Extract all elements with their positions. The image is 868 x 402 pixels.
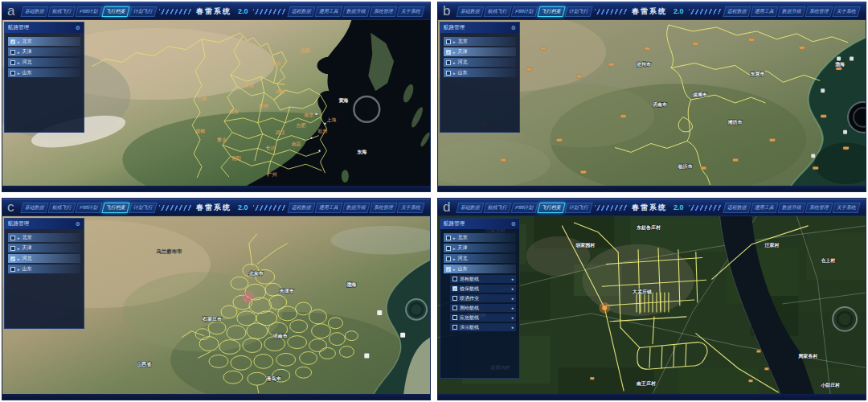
nav-item-left-0[interactable]: 基础数据 bbox=[20, 203, 48, 213]
route-sub-row[interactable]: ✓应急航线● bbox=[450, 314, 516, 322]
route-group-row[interactable]: ✓▸山东 bbox=[444, 68, 516, 77]
route-checkbox[interactable]: ✓ bbox=[452, 325, 457, 330]
nav-item-left-3[interactable]: 飞行档案 bbox=[537, 6, 565, 17]
nav-item-right-3[interactable]: 系统管理 bbox=[805, 6, 833, 17]
nav-item-left-1[interactable]: 航线飞行 bbox=[47, 203, 76, 213]
route-checkbox[interactable]: ✓ bbox=[446, 50, 451, 55]
route-checkbox[interactable]: ✓ bbox=[446, 256, 451, 261]
route-checkbox[interactable]: ✓ bbox=[10, 39, 15, 44]
expand-arrow-icon[interactable]: ▸ bbox=[453, 256, 456, 261]
route-checkbox[interactable]: ✓ bbox=[446, 60, 451, 65]
route-checkbox[interactable]: ✓ bbox=[446, 71, 451, 76]
route-group-row[interactable]: ✓▸山东 bbox=[8, 68, 80, 77]
route-checkbox[interactable]: ✓ bbox=[446, 39, 451, 44]
route-checkbox[interactable]: ✓ bbox=[10, 246, 15, 251]
nav-item-right-3[interactable]: 系统管理 bbox=[805, 203, 833, 213]
route-checkbox[interactable]: ✓ bbox=[452, 315, 457, 320]
expand-arrow-icon[interactable]: ▸ bbox=[453, 246, 456, 251]
expand-arrow-icon[interactable]: ▸ bbox=[453, 39, 456, 44]
expand-arrow-icon[interactable]: ▸ bbox=[453, 71, 456, 76]
nav-item-left-2[interactable]: P88计划 bbox=[510, 203, 538, 213]
nav-item-left-3[interactable]: 飞行档案 bbox=[537, 203, 565, 213]
nav-item-right-2[interactable]: 数据升级 bbox=[777, 6, 805, 17]
route-checkbox[interactable]: ✓ bbox=[452, 306, 457, 310]
expand-arrow-icon[interactable]: ▸ bbox=[18, 256, 20, 261]
nav-item-left-0[interactable]: 基础数据 bbox=[456, 6, 484, 17]
nav-item-left-2[interactable]: P88计划 bbox=[75, 203, 102, 213]
expand-arrow-icon[interactable]: ▸ bbox=[18, 60, 20, 65]
route-group-row[interactable]: ✓▸河北 bbox=[444, 254, 516, 263]
nav-item-right-0[interactable]: 远程数据 bbox=[287, 203, 315, 213]
expand-arrow-icon[interactable]: ▸ bbox=[18, 71, 20, 76]
nav-item-left-4[interactable]: 计划飞行 bbox=[129, 6, 157, 17]
nav-item-left-1[interactable]: 航线飞行 bbox=[47, 6, 76, 17]
nav-item-right-2[interactable]: 数据升级 bbox=[342, 203, 370, 213]
nav-item-right-3[interactable]: 系统管理 bbox=[369, 203, 397, 213]
nav-item-right-0[interactable]: 远程数据 bbox=[723, 6, 751, 17]
nav-item-left-2[interactable]: P88计划 bbox=[510, 6, 538, 17]
expand-arrow-icon[interactable]: ▸ bbox=[453, 236, 456, 240]
route-group-row[interactable]: ✓▸河北 bbox=[8, 58, 80, 67]
expand-arrow-icon[interactable]: ▸ bbox=[453, 60, 456, 65]
route-checkbox[interactable]: ✓ bbox=[10, 267, 15, 272]
nav-item-left-1[interactable]: 航线飞行 bbox=[483, 203, 511, 213]
route-group-row[interactable]: ✓▸天津 bbox=[444, 244, 516, 252]
route-group-row[interactable]: ✓▸北京 bbox=[444, 233, 516, 242]
route-group-row[interactable]: ✓▸山东 bbox=[444, 265, 516, 273]
route-checkbox[interactable]: ✓ bbox=[452, 277, 457, 281]
route-sub-row[interactable]: ✓测绘航线● bbox=[450, 304, 516, 312]
nav-item-left-4[interactable]: 计划飞行 bbox=[564, 203, 592, 213]
nav-item-right-1[interactable]: 通用工具 bbox=[750, 203, 778, 213]
expand-arrow-icon[interactable]: ▸ bbox=[18, 246, 20, 251]
route-group-row[interactable]: ✓▸山东 bbox=[8, 265, 80, 273]
nav-item-left-0[interactable]: 基础数据 bbox=[456, 203, 484, 213]
route-checkbox[interactable]: ✓ bbox=[10, 60, 15, 65]
route-checkbox[interactable]: ✓ bbox=[446, 267, 451, 272]
nav-item-right-3[interactable]: 系统管理 bbox=[369, 6, 397, 17]
route-sub-row[interactable]: ✓植保航线● bbox=[450, 285, 516, 293]
nav-item-left-3[interactable]: 飞行档案 bbox=[101, 203, 129, 213]
nav-item-left-0[interactable]: 基础数据 bbox=[20, 6, 48, 17]
route-sub-row[interactable]: ✓巡检航线● bbox=[450, 275, 516, 283]
expand-arrow-icon[interactable]: ▸ bbox=[18, 267, 20, 272]
gear-icon[interactable]: ⚙ bbox=[76, 221, 80, 228]
expand-arrow-icon[interactable]: ▸ bbox=[453, 267, 456, 272]
gear-icon[interactable]: ⚙ bbox=[511, 221, 516, 228]
nav-item-right-4[interactable]: 关于系统 bbox=[832, 6, 860, 17]
nav-item-right-0[interactable]: 远程数据 bbox=[287, 6, 315, 17]
expand-arrow-icon[interactable]: ▸ bbox=[453, 50, 456, 55]
route-group-row[interactable]: ✓▸天津 bbox=[8, 47, 80, 56]
gear-icon[interactable]: ⚙ bbox=[76, 25, 80, 31]
nav-item-left-4[interactable]: 计划飞行 bbox=[129, 203, 157, 213]
route-checkbox[interactable]: ✓ bbox=[452, 286, 457, 291]
route-group-row[interactable]: ✓▸北京 bbox=[8, 37, 80, 46]
nav-item-left-1[interactable]: 航线飞行 bbox=[483, 6, 511, 17]
route-checkbox[interactable]: ✓ bbox=[446, 236, 451, 240]
route-checkbox[interactable]: ✓ bbox=[10, 256, 15, 261]
nav-item-right-4[interactable]: 关于系统 bbox=[832, 203, 860, 213]
expand-arrow-icon[interactable]: ▸ bbox=[18, 236, 20, 240]
route-sub-row[interactable]: ✓演示航线● bbox=[450, 323, 516, 331]
nav-item-right-4[interactable]: 关于系统 bbox=[396, 203, 424, 213]
nav-item-left-3[interactable]: 飞行档案 bbox=[101, 6, 129, 17]
nav-item-right-2[interactable]: 数据升级 bbox=[342, 6, 370, 17]
nav-item-right-1[interactable]: 通用工具 bbox=[750, 6, 778, 17]
nav-item-left-4[interactable]: 计划飞行 bbox=[564, 6, 592, 17]
route-group-row[interactable]: ✓▸河北 bbox=[8, 254, 80, 263]
route-checkbox[interactable]: ✓ bbox=[10, 71, 15, 76]
route-checkbox[interactable]: ✓ bbox=[10, 50, 15, 55]
route-group-row[interactable]: ✓▸北京 bbox=[8, 233, 80, 242]
nav-item-right-4[interactable]: 关于系统 bbox=[396, 6, 424, 17]
expand-arrow-icon[interactable]: ▸ bbox=[18, 50, 20, 55]
active-drone-marker[interactable] bbox=[599, 302, 610, 314]
nav-item-left-2[interactable]: P88计划 bbox=[75, 6, 102, 17]
route-sub-row[interactable]: ✓喷洒作业● bbox=[450, 294, 516, 302]
route-checkbox[interactable]: ✓ bbox=[10, 236, 15, 240]
route-group-row[interactable]: ✓▸天津 bbox=[8, 244, 80, 252]
route-group-row[interactable]: ✓▸北京 bbox=[444, 37, 516, 46]
route-checkbox[interactable]: ✓ bbox=[452, 296, 457, 301]
nav-item-right-1[interactable]: 通用工具 bbox=[314, 203, 342, 213]
expand-arrow-icon[interactable]: ▸ bbox=[18, 39, 20, 44]
route-checkbox[interactable]: ✓ bbox=[446, 246, 451, 251]
nav-item-right-2[interactable]: 数据升级 bbox=[777, 203, 805, 213]
